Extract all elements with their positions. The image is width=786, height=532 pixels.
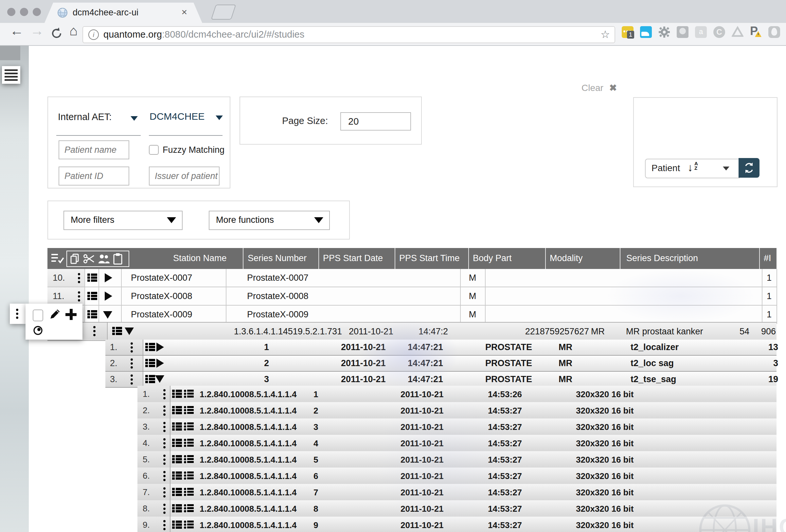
extension-gear-icon[interactable] xyxy=(658,26,670,38)
forward-icon[interactable]: → xyxy=(30,23,44,39)
merge-patients-icon[interactable] xyxy=(98,254,110,264)
extension-egg-icon[interactable] xyxy=(768,26,780,38)
extension-c-icon[interactable]: C xyxy=(713,26,725,38)
series-row[interactable]: 1. 1 2011-10-21 14:47:21 PROSTATE MR t2_… xyxy=(106,340,777,356)
instance-attrs-icon[interactable] xyxy=(184,471,194,480)
series-row-expanded[interactable]: 3. 3 2011-10-21 14:47:21 PROSTATE MR t2_… xyxy=(106,372,777,388)
expand-right-icon[interactable] xyxy=(105,273,112,282)
row-menu-dots-icon[interactable] xyxy=(130,358,133,369)
extension-avatar-icon[interactable] xyxy=(677,26,689,38)
instance-attrs-icon[interactable] xyxy=(184,504,194,513)
instance-attrs-icon[interactable] xyxy=(184,389,194,398)
series-detail-icon[interactable] xyxy=(145,375,155,384)
col-modality[interactable]: Modality xyxy=(550,253,583,263)
instance-detail-icon[interactable] xyxy=(172,471,182,480)
col-pps-start-time[interactable]: PPS Start Time xyxy=(399,253,460,263)
row-menu-dots-icon[interactable] xyxy=(77,273,80,284)
edit-pencil-icon[interactable] xyxy=(48,307,62,321)
url-bar[interactable]: i quantome.org:8080/dcm4chee-arc/ui2/#/s… xyxy=(83,26,615,43)
row-menu-dots-icon[interactable] xyxy=(163,454,166,465)
expand-right-icon[interactable] xyxy=(156,343,164,352)
col-series-description[interactable]: Series Description xyxy=(626,253,698,263)
fuzzy-matching-checkbox[interactable] xyxy=(149,145,159,155)
study-detail-icon[interactable] xyxy=(112,326,122,336)
row-menu-dots-icon[interactable] xyxy=(163,487,166,498)
patient-row[interactable]: 11. ProstateX-0008 ProstateX-0008 M 1 xyxy=(47,287,777,306)
order-select[interactable]: Patient ↓ AZ xyxy=(645,159,740,178)
extension-blue-icon[interactable] xyxy=(640,26,652,38)
instance-attrs-icon[interactable] xyxy=(184,520,194,529)
row-menu-dots-icon[interactable] xyxy=(93,326,96,337)
instance-detail-icon[interactable] xyxy=(172,520,182,529)
patient-detail-icon[interactable] xyxy=(87,292,97,301)
more-filters-select[interactable]: More filters xyxy=(64,211,183,230)
instance-row[interactable]: 1.1.2.840.10008.5.1.4.1.1.412011-10-2114… xyxy=(137,386,777,403)
row-menu-dots-icon[interactable] xyxy=(163,503,166,514)
bookmark-star-icon[interactable]: ☆ xyxy=(600,28,610,41)
instance-attrs-icon[interactable] xyxy=(184,487,194,497)
col-station-name[interactable]: Station Name xyxy=(173,253,227,263)
internal-aet-caret-icon[interactable] xyxy=(131,116,138,121)
extension-p-warning-icon[interactable]: P xyxy=(750,26,762,38)
cut-icon[interactable] xyxy=(84,254,95,264)
instance-row[interactable]: 8.1.2.840.10008.5.1.4.1.1.482011-10-2114… xyxy=(137,500,777,517)
home-icon[interactable]: ⌂ xyxy=(69,23,77,39)
patient-row[interactable]: 10. ProstateX-0007 ProstateX-0007 M 1 xyxy=(47,269,777,287)
page-info-icon[interactable]: i xyxy=(88,29,99,40)
instance-attrs-icon[interactable] xyxy=(184,455,194,464)
instance-detail-icon[interactable] xyxy=(172,438,182,447)
extension-drive-icon[interactable] xyxy=(732,26,743,38)
back-icon[interactable]: ← xyxy=(10,23,24,39)
study-row[interactable]: 1.3.6.1.4.1.14519.5.2.1.731 2011-10-21 1… xyxy=(47,322,777,341)
instance-attrs-icon[interactable] xyxy=(184,406,194,415)
patient-detail-icon[interactable] xyxy=(87,310,97,319)
series-detail-icon[interactable] xyxy=(145,343,155,352)
col-series-number[interactable]: Series Number xyxy=(248,253,307,263)
instance-detail-icon[interactable] xyxy=(172,389,182,398)
row-menu-dots-icon[interactable] xyxy=(163,389,166,400)
instance-row[interactable]: 5.1.2.840.10008.5.1.4.1.1.452011-10-2114… xyxy=(137,451,777,468)
paste-icon[interactable] xyxy=(113,253,123,265)
new-tab-button[interactable] xyxy=(211,5,236,20)
refresh-button[interactable] xyxy=(739,158,760,178)
aet-select[interactable]: DCM4CHEE xyxy=(149,111,205,122)
window-zoom-button[interactable] xyxy=(33,8,41,16)
tab-close-icon[interactable]: × xyxy=(181,6,187,18)
patient-name-input[interactable] xyxy=(59,140,129,159)
add-icon[interactable] xyxy=(66,309,76,320)
instance-attrs-icon[interactable] xyxy=(184,422,194,431)
window-close-button[interactable] xyxy=(7,8,15,16)
series-row[interactable]: 2. 2 2011-10-21 14:47:21 PROSTATE MR t2_… xyxy=(106,356,777,372)
instance-detail-icon[interactable] xyxy=(172,504,182,513)
page-size-input[interactable] xyxy=(340,112,411,131)
extension-password-icon[interactable]: 1 xyxy=(622,26,633,38)
issuer-input[interactable] xyxy=(149,166,219,186)
instance-detail-icon[interactable] xyxy=(172,487,182,497)
expand-right-icon[interactable] xyxy=(156,358,164,368)
clear-button[interactable]: Clear ✖ xyxy=(581,83,617,93)
row-menu-dots-icon[interactable] xyxy=(163,519,166,531)
copy-icon[interactable] xyxy=(70,254,80,264)
collapse-down-icon[interactable] xyxy=(155,375,164,383)
menu-hamburger-icon[interactable] xyxy=(2,66,20,84)
col-num-instances[interactable]: #I xyxy=(764,253,771,263)
browser-tab[interactable]: dcm4chee-arc-ui × xyxy=(45,3,202,23)
aet-caret-icon[interactable] xyxy=(216,115,223,120)
more-functions-select[interactable]: More functions xyxy=(209,211,330,230)
patient-detail-icon[interactable] xyxy=(87,273,97,282)
series-detail-icon[interactable] xyxy=(145,358,155,368)
instance-row[interactable]: 7.1.2.840.10008.5.1.4.1.1.472011-10-2114… xyxy=(137,484,777,501)
window-minimize-button[interactable] xyxy=(20,8,28,16)
reload-icon[interactable] xyxy=(50,26,64,40)
row-menu-dots-icon[interactable] xyxy=(163,405,166,416)
col-pps-start-date[interactable]: PPS Start Date xyxy=(323,253,383,263)
view-eye-icon[interactable] xyxy=(32,325,45,336)
instance-detail-icon[interactable] xyxy=(172,455,182,464)
row-menu-dots-icon[interactable] xyxy=(163,470,166,482)
patient-id-input[interactable] xyxy=(59,166,129,186)
instance-detail-icon[interactable] xyxy=(172,406,182,415)
row-menu-dots-icon[interactable] xyxy=(163,421,166,433)
row-menu-dots-icon[interactable] xyxy=(163,438,166,449)
row-menu-dots-icon[interactable] xyxy=(130,374,133,385)
row-menu-dots-icon[interactable] xyxy=(130,342,133,353)
